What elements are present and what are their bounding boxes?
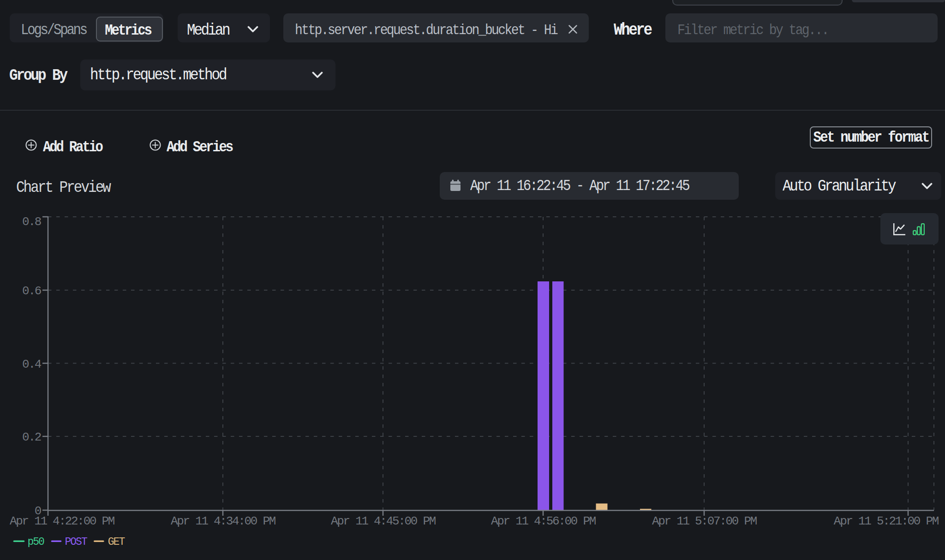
svg-text:Apr 11 4:22:00 PM: Apr 11 4:22:00 PM [10, 514, 114, 528]
svg-text:Apr 11 4:34:00 PM: Apr 11 4:34:00 PM [171, 514, 275, 528]
svg-text:Apr 11 4:56:00 PM: Apr 11 4:56:00 PM [491, 514, 596, 528]
svg-text:GET: GET [108, 536, 125, 548]
svg-text:Apr 11 4:45:00 PM: Apr 11 4:45:00 PM [331, 514, 436, 528]
svg-text:POST: POST [65, 536, 87, 548]
svg-text:0.2: 0.2 [22, 430, 41, 444]
svg-text:0.6: 0.6 [22, 284, 41, 298]
svg-text:Apr 11 5:07:00 PM: Apr 11 5:07:00 PM [652, 514, 757, 528]
svg-text:p50: p50 [28, 536, 45, 548]
svg-text:Apr 11 5:21:00 PM: Apr 11 5:21:00 PM [834, 514, 939, 528]
svg-text:0.8: 0.8 [22, 215, 41, 229]
svg-text:0.4: 0.4 [22, 357, 42, 371]
